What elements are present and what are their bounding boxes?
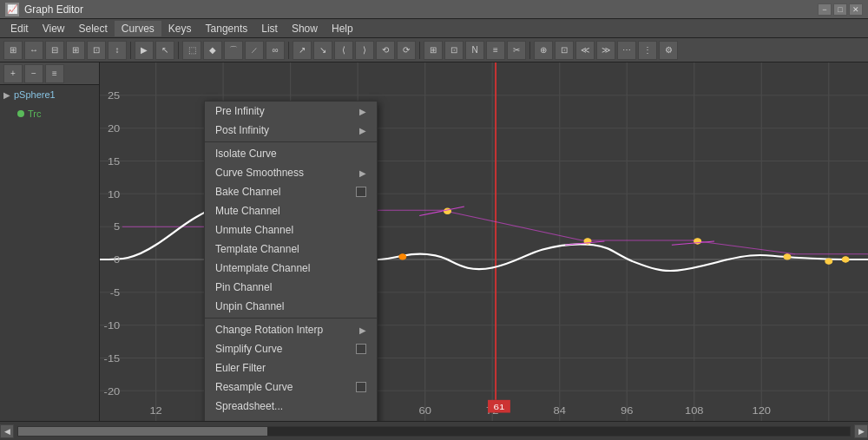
menu-item-post-infinity[interactable]: Post Infinity▶ [205,121,377,140]
tool-btn-3[interactable]: ⊟ [45,41,64,60]
tool-6[interactable]: ↘ [313,41,332,60]
menu-item-unpin-channel[interactable]: Unpin Channel [205,297,377,316]
scrollbar-thumb[interactable] [18,427,267,436]
panel-btn-remove[interactable]: − [24,64,43,83]
menu-checkbox[interactable] [356,344,366,354]
tool-grid[interactable]: ⊡ [444,41,464,60]
submenu-arrow-icon: ▶ [359,107,366,116]
menu-help[interactable]: Help [325,21,360,36]
menu-item-label: Template Channel [215,243,299,255]
tool-10[interactable]: ⟳ [397,41,416,60]
menu-select[interactable]: Select [71,21,114,36]
tool-clip[interactable]: ✂ [507,41,526,60]
tool-infinity[interactable]: ∞ [266,41,285,60]
menu-item-euler-filter[interactable]: Euler Filter [205,358,377,378]
tool-cursor[interactable]: ↖ [155,41,174,60]
submenu-arrow-icon: ▶ [359,126,366,135]
maximize-button[interactable]: □ [833,3,847,16]
menu-item-template-channel[interactable]: Template Channel [205,240,377,259]
scrollbar-track[interactable] [17,426,851,437]
toolbar-separator-1 [130,42,131,59]
menu-item-label: Untemplate Channel [215,262,310,274]
menu-item-change-rotation[interactable]: Change Rotation Interp▶ [205,320,377,339]
menu-item-label: Bake Channel [215,186,280,198]
menu-item-unmute-channel[interactable]: Unmute Channel [205,220,377,240]
panel-btn-add[interactable]: + [3,64,23,83]
graph-area[interactable]: 25 20 15 10 5 0 -5 -10 -15 -20 12 24 36 … [100,62,868,421]
tool-arrow[interactable]: ▶ [135,41,154,60]
tool-9[interactable]: ⟲ [376,41,395,60]
tool-more-a[interactable]: ≪ [575,41,595,60]
menu-item-label: Simplify Curve [215,343,282,355]
svg-text:84: 84 [554,405,567,416]
toolbar-separator-3 [288,42,289,59]
curves-dropdown-menu[interactable]: Pre Infinity▶Post Infinity▶Isolate Curve… [204,101,378,421]
menu-curves[interactable]: Curves [115,21,161,36]
toolbar-separator-5 [529,42,530,59]
menu-item-isolate-curve[interactable]: Isolate Curve [205,144,377,163]
tool-snap[interactable]: ⊞ [424,41,443,60]
tool-tangent[interactable]: ⌒ [224,41,243,60]
menu-item-resample-curve[interactable]: Resample Curve [205,378,377,397]
menu-item-pre-infinity[interactable]: Pre Infinity▶ [205,102,377,121]
svg-point-35 [784,254,791,259]
menu-item-untemplate-channel[interactable]: Untemplate Channel [205,259,377,278]
svg-text:-20: -20 [104,386,121,397]
tool-weighted[interactable]: ⟋ [245,41,264,60]
tool-5[interactable]: ↗ [293,41,312,60]
menu-item-simplify-curve[interactable]: Simplify Curve [205,339,377,358]
menu-item-buffer-curve[interactable]: Buffer Curve▶ [205,416,377,421]
svg-text:12: 12 [149,405,161,416]
bottom-scrollbar: ◀ ▶ [0,421,868,440]
menu-item-spreadsheet[interactable]: Spreadsheet... [205,397,377,416]
tool-7[interactable]: ⟨ [334,41,353,60]
titlebar: 📈 Graph Editor − □ ✕ [0,0,868,19]
tool-zoom[interactable]: ⊕ [534,41,553,60]
svg-text:60: 60 [418,405,431,416]
tool-norm[interactable]: N [465,41,484,60]
tool-btn-5[interactable]: ⊡ [87,41,106,60]
minimize-button[interactable]: − [818,3,832,16]
menu-edit[interactable]: Edit [3,21,36,36]
menu-checkbox[interactable] [356,382,366,392]
tool-key[interactable]: ◆ [203,41,222,60]
menu-view[interactable]: View [36,21,72,36]
menu-checkbox[interactable] [356,187,366,197]
tool-more-d[interactable]: ⋮ [638,41,657,60]
menu-list[interactable]: List [254,21,285,36]
outliner-item-channel[interactable]: Trc [0,104,99,123]
close-button[interactable]: ✕ [849,3,863,16]
menu-item-bake-channel[interactable]: Bake Channel [205,182,377,201]
menu-item-label: Buffer Curve [215,419,273,421]
tool-btn-4[interactable]: ⊞ [66,41,85,60]
tool-more-b[interactable]: ≫ [596,41,615,60]
menu-separator [205,318,377,319]
menu-item-label: Mute Channel [215,205,280,217]
menu-tangents[interactable]: Tangents [199,21,255,36]
menu-keys[interactable]: Keys [161,21,199,36]
tool-8[interactable]: ⟩ [355,41,374,60]
panel-btn-list[interactable]: ≡ [45,64,64,83]
tool-frame[interactable]: ⬚ [182,41,201,60]
menu-item-label: Change Rotation Interp [215,324,323,336]
svg-text:15: 15 [108,156,121,167]
tool-fit[interactable]: ⊡ [555,41,574,60]
menu-show[interactable]: Show [285,21,325,36]
tool-stack[interactable]: ≡ [486,41,505,60]
tool-more-c[interactable]: ⋯ [617,41,636,60]
scroll-right-button[interactable]: ▶ [854,424,868,438]
tool-btn-2[interactable]: ↔ [24,41,43,60]
menu-item-label: Euler Filter [215,362,266,374]
outliner-item-sphere[interactable]: ▶ pSphere1 [0,85,99,104]
svg-text:120: 120 [752,405,771,416]
tool-btn-6[interactable]: ↕ [108,41,127,60]
menu-item-curve-smoothness[interactable]: Curve Smoothness▶ [205,163,377,182]
scroll-left-button[interactable]: ◀ [0,424,14,438]
menu-item-label: Curve Smoothness [215,167,304,179]
menu-item-mute-channel[interactable]: Mute Channel [205,201,377,220]
left-panel-toolbar: + − ≡ [0,62,99,85]
tool-more-e[interactable]: ⚙ [659,41,678,60]
menu-item-pin-channel[interactable]: Pin Channel [205,278,377,297]
tool-btn-1[interactable]: ⊞ [3,41,23,60]
menu-separator [205,141,377,142]
